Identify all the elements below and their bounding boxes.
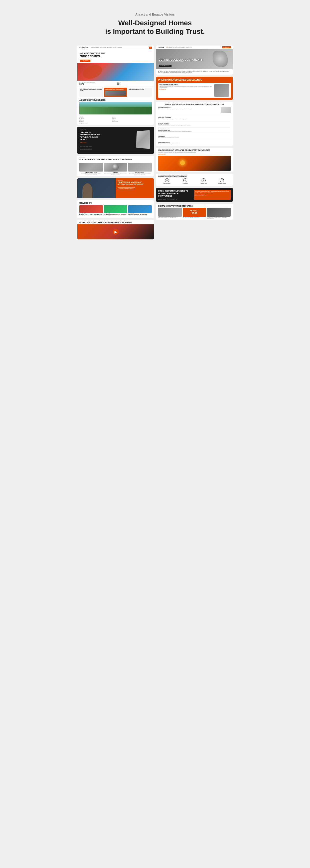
categories-row: APPLIANCES ENERGY AUTOMOTIVE EUROPE ELEC… bbox=[78, 116, 154, 125]
logo-f1: F1 bbox=[167, 198, 168, 200]
block-image bbox=[105, 91, 126, 96]
cnc-nav-solutions: SOLUTIONS bbox=[175, 47, 180, 48]
greener-image bbox=[80, 102, 152, 115]
process-step-shipment: SHIPMENT Parts carefully packaged and sh… bbox=[158, 136, 230, 138]
banner-content: STEELWORKS PIONEERING A NEW ERA OF STEEL… bbox=[116, 178, 154, 198]
cat-energy: ENERGY bbox=[113, 117, 145, 118]
quality-feature-dimensions: ⊙ Max Dimensions 700-3000 x 3600 - 6000 … bbox=[158, 178, 176, 185]
news-item-1: October 14, 2022 FABRIK CLOSES ON $546 M… bbox=[80, 205, 103, 217]
resource-1: GUIDE: MANUFACTURING FOR MANUFACTURING bbox=[158, 208, 182, 219]
screenshots-grid: ≡FABRIK HOME COMPANY SOLUTIONS PRODUCTS … bbox=[78, 45, 232, 240]
left-column: ≡FABRIK HOME COMPANY SOLUTIONS PRODUCTS … bbox=[78, 45, 154, 240]
process-divider-3 bbox=[158, 127, 230, 128]
cnc-nav-products: PRODUCTS bbox=[180, 47, 185, 48]
factory-learn-more[interactable]: LEARN MORE + bbox=[158, 154, 230, 155]
hero-text-section: WE ARE BUILDING THE FUTURE OF STEEL LEAR… bbox=[78, 50, 154, 63]
threading-icon: ◯ bbox=[220, 178, 224, 182]
cnc-instant-quote-button[interactable]: GET INSTANT QUOTE → bbox=[159, 65, 172, 67]
precision-title: PRECISION ENGINEERED EXCELLENCE bbox=[158, 79, 230, 82]
product-dsaw-pipe: DSAW PIPE Double submerged arc welded pi… bbox=[104, 163, 127, 175]
logo-other: ⊕ bbox=[176, 198, 177, 200]
sustainable-header: PRODUCTS SUSTAINABLE STEEL FOR A STRONGE… bbox=[78, 156, 154, 162]
product-img-rolled bbox=[128, 163, 152, 172]
cnc-body: AT FABRIK, WE HAVE HARNESSED THE POWER O… bbox=[156, 69, 232, 74]
process-step-quoting: QUOTING PROCESS Our team of experts will… bbox=[158, 107, 230, 113]
stats-row: SUSTAINABLE VISIONARY STEEL 100% QUALITY… bbox=[78, 81, 154, 86]
digital-title: DIGITAL MANUFACTURING RESOURCES bbox=[158, 205, 230, 207]
factory-title: UNLEASHING OUR VERSATILE CNC FACTORY CAP… bbox=[158, 149, 230, 151]
cat-appliances: APPLIANCES bbox=[80, 117, 112, 118]
banner-cta-button[interactable]: CURRENT OPEN POSITIONS → bbox=[118, 187, 135, 190]
header-title: Well-Designed Homes is Important to Buil… bbox=[82, 19, 228, 36]
report-year: 2022 bbox=[191, 212, 197, 215]
cnc-body-text: AT FABRIK, WE HAVE HARNESSED THE POWER O… bbox=[158, 71, 230, 73]
quality-feature-threading: ◯ Threading Quality ISO standard bbox=[213, 178, 230, 185]
industry-title: FROM INDUSTRY LEADERS TO GLOBAL RESEARCH… bbox=[158, 190, 192, 197]
resource-image-1 bbox=[158, 208, 182, 217]
nav-media: MEDIA bbox=[113, 47, 117, 48]
cnc-nav-home: HOME bbox=[166, 47, 169, 48]
card-investing: INVESTING TODAY FOR A SUSTAINABLE TOMORR… bbox=[78, 220, 154, 240]
cat-packaging: PACKAGING bbox=[80, 121, 112, 122]
dark-title: CUSTOMER EMPOWERMENT IN A FUTURE-FOCUSED… bbox=[80, 131, 105, 141]
hero-title: WE ARE BUILDING THE FUTURE OF STEEL bbox=[80, 52, 110, 58]
steel-shape-decoration bbox=[134, 129, 151, 149]
cnc-hero-subtitle: MANUFACTURING EXCELLENCE IS OUR BUSINESS bbox=[159, 61, 203, 62]
hero-image bbox=[78, 63, 154, 81]
nav-home: HOME bbox=[91, 47, 94, 48]
cnc-hero-image: CUTTING-EDGE CNC COMPONENTS MANUFACTURIN… bbox=[156, 49, 232, 69]
header-subtitle: Attract and Engage Visitors bbox=[82, 12, 228, 16]
card-orange-banner: STEELWORKS PIONEERING A NEW ERA OF STEEL… bbox=[78, 178, 154, 198]
banner-worker-image bbox=[78, 178, 116, 198]
product-carbon-steel: CARBON STEEL PLATE Premium quality carbo… bbox=[80, 163, 103, 175]
block-sustainability: 2023 SUSTAINABILITY REPORT bbox=[128, 88, 152, 97]
block-transforming: TRANSFORMING THE STEEL INDUSTRY bbox=[104, 88, 127, 97]
steel-beam bbox=[136, 130, 150, 149]
industry-content: FROM INDUSTRY LEADERS TO GLOBAL RESEARCH… bbox=[158, 190, 192, 200]
process-divider bbox=[158, 115, 230, 115]
resource-2: REPORT 2022 2022 STATE OF UK MANUFACTURI… bbox=[183, 208, 206, 219]
news-image-1 bbox=[80, 205, 103, 213]
news-item-3: August 22, 2022 MARKET CONDITIONS, VALUE… bbox=[128, 205, 152, 217]
page-wrapper: Attract and Engage Visitors Well-Designe… bbox=[78, 5, 232, 240]
card-precision: PRECISION ENGINEERED EXCELLENCE ELECTRIC… bbox=[156, 76, 232, 100]
resource-image-2: REPORT 2022 bbox=[183, 208, 206, 217]
industry-start-quote[interactable]: START YOUR QUOTE → bbox=[195, 194, 229, 195]
cnc-get-quote-button[interactable]: GET A QUOTE → bbox=[222, 46, 231, 48]
card-cnc-process: UNVEILING THE PROCESS OF CNC-MACHINED PA… bbox=[156, 102, 232, 146]
process-divider-4 bbox=[158, 134, 230, 134]
cat-sustainable: SUSTAINABLE STEEL bbox=[80, 123, 112, 124]
nav-links: HOME COMPANY SOLUTIONS PRODUCTS MEDIA CA… bbox=[91, 47, 122, 48]
cnc-nav-about: ABOUT US bbox=[169, 47, 174, 48]
cnc-hero-title: CUTTING-EDGE CNC COMPONENTS bbox=[159, 58, 203, 61]
news-grid: October 14, 2022 FABRIK CLOSES ON $546 M… bbox=[80, 205, 152, 217]
quality-feature-tolerances: ◎ Tolerances Light 0.01 - 0.02 mm bbox=[177, 178, 194, 185]
process-step-manufacturing: MANUFACTURING State-of-the-art CNC machi… bbox=[158, 123, 230, 126]
precision-card-title: ELECTRICAL DISCHARGE bbox=[159, 84, 213, 86]
industry-right-text: Our customers trust their ideas with us.… bbox=[195, 191, 229, 194]
quality-title: QUALITY FROM START TO FINISH bbox=[158, 175, 230, 177]
cnc-hero-overlay: CUTTING-EDGE CNC COMPONENTS MANUFACTURIN… bbox=[159, 58, 203, 67]
nav-cta-button[interactable]: ≡ bbox=[149, 46, 152, 49]
card-cnc-hero: ≡FABRIK HOME ABOUT US SOLUTIONS PRODUCTS… bbox=[156, 45, 232, 74]
logo-nibble: nibble bbox=[163, 198, 166, 200]
cat-mining: MINING bbox=[113, 120, 145, 121]
surface-icon: ⊕ bbox=[202, 178, 206, 182]
nav-company: COMPANY bbox=[94, 47, 99, 48]
industry-logos: JOLIE nibble F1 SCARCA ⊕ bbox=[158, 198, 192, 200]
process-step-tracking: ORDER TRACKING Track your order in real-… bbox=[158, 142, 230, 145]
card-sustainable-steel: PRODUCTS SUSTAINABLE STEEL FOR A STRONGE… bbox=[78, 156, 154, 176]
precision-learn-more[interactable]: LEARN MORE bbox=[159, 89, 213, 90]
quality-feature-surface: ⊕ Surface Finish Ra 0.4 - Ra 3.2 bbox=[195, 178, 212, 185]
card-industry-leaders: FROM INDUSTRY LEADERS TO GLOBAL RESEARCH… bbox=[156, 188, 232, 202]
precision-content: ELECTRICAL DISCHARGE Fabrik accumulates … bbox=[159, 84, 213, 97]
digital-resources-grid: GUIDE: MANUFACTURING FOR MANUFACTURING R… bbox=[158, 208, 230, 219]
hero-learn-more[interactable]: LEARN MORE → bbox=[80, 60, 90, 62]
right-column: ≡FABRIK HOME ABOUT US SOLUTIONS PRODUCTS… bbox=[156, 45, 232, 240]
cnc-logo: ≡FABRIK bbox=[158, 46, 164, 48]
resource-image-3 bbox=[207, 208, 230, 217]
newsroom-title: NEWSROOM bbox=[80, 202, 152, 204]
worker-photo bbox=[78, 178, 116, 198]
investing-image bbox=[78, 224, 154, 240]
industry-layout: FROM INDUSTRY LEADERS TO GLOBAL RESEARCH… bbox=[158, 190, 230, 200]
